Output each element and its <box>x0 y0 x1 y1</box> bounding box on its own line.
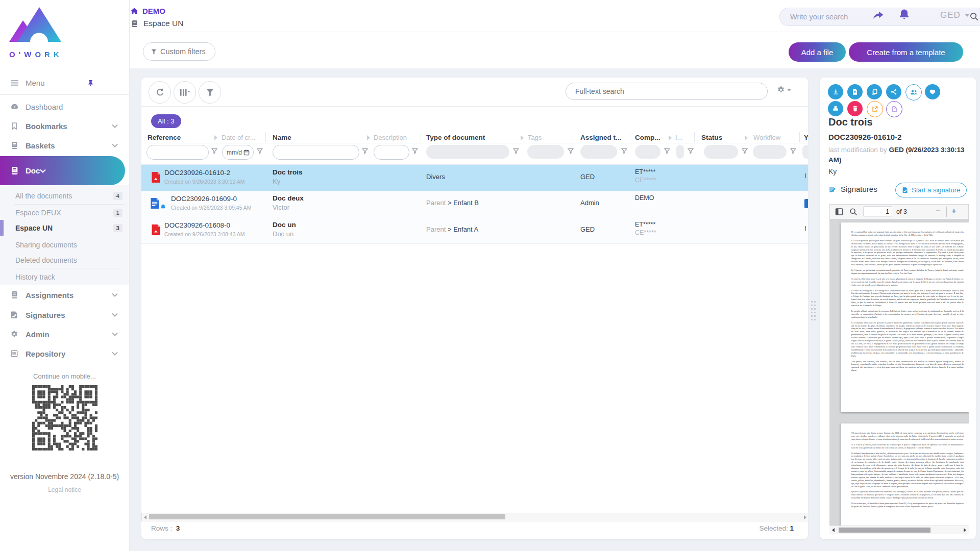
create-from-template-button[interactable]: Create from a template <box>849 42 963 62</box>
users-button[interactable] <box>905 84 922 101</box>
column-header[interactable]: Assigned t... <box>580 134 621 141</box>
table-row-selected[interactable]: DOC230926-01610-2 Created on 9/26/2023 3… <box>141 165 808 191</box>
table-row[interactable]: DOC230926-01608-0 Created on 9/26/2023 3… <box>141 217 808 244</box>
search-icon[interactable] <box>969 12 979 21</box>
sidebar-item-espace-deux[interactable]: Espace DEUX 1 <box>0 205 129 220</box>
document-detail-panel: Doc trois DOC230926-01610-2 last modific… <box>820 78 976 539</box>
pin-icon[interactable] <box>87 79 94 87</box>
start-signature-button[interactable]: Start a signature <box>895 183 967 197</box>
table-settings-gear[interactable] <box>777 86 791 94</box>
filter-chip-all[interactable]: All : 3 <box>151 114 181 128</box>
zoom-in-icon[interactable]: + <box>951 206 957 216</box>
submenu-label: All the documents <box>15 192 72 200</box>
filter-funnel-icon[interactable] <box>742 148 748 154</box>
sidebar-menu-toggle[interactable]: Menu <box>0 73 129 92</box>
filter-funnel-icon[interactable] <box>621 148 627 154</box>
open-external-button[interactable] <box>867 101 883 117</box>
column-header[interactable]: Date of cr... <box>222 134 255 141</box>
column-header[interactable]: Tags <box>528 134 542 141</box>
column-header[interactable]: I... <box>675 134 682 141</box>
column-header[interactable]: Y <box>804 134 808 141</box>
pdf-viewer[interactable]: Il y a aujourd'hui trois cent quarante-h… <box>829 219 969 534</box>
sidebar-item-espace-un-active[interactable]: Espace UN 3 <box>0 220 129 236</box>
pdf-page-input[interactable] <box>864 207 892 216</box>
filter-funnel-icon[interactable] <box>664 148 670 154</box>
calendar-icon[interactable] <box>243 149 250 156</box>
sidebar-item-all-documents[interactable]: All the documents 4 <box>0 188 129 204</box>
columns-button[interactable] <box>174 81 196 104</box>
scrollbar-thumb[interactable] <box>149 514 505 519</box>
table-row[interactable]: DOC230926-01609-0 Created on 9/26/2023 3… <box>141 191 808 217</box>
sidebar-toggle-icon[interactable] <box>835 208 843 216</box>
sidebar-item-deleted-documents[interactable]: Deleted documents <box>0 252 129 268</box>
scroll-right-arrow-icon[interactable] <box>804 515 806 519</box>
sidebar-item-history-track[interactable]: History track <box>0 269 129 285</box>
legal-notice-link[interactable]: Legal notice <box>0 486 129 493</box>
sidebar-item-dashboard[interactable]: Dashboard <box>0 97 129 116</box>
user-menu[interactable]: GED <box>940 10 970 20</box>
doc-name: Doc deux <box>273 194 304 202</box>
sort-arrow-icon[interactable] <box>214 135 217 140</box>
sort-arrow-icon[interactable] <box>521 135 524 140</box>
copy-button[interactable] <box>867 84 882 99</box>
filter-funnel-icon[interactable] <box>211 148 217 154</box>
filter-funnel-icon[interactable] <box>513 148 519 154</box>
scroll-left-arrow-icon[interactable] <box>144 515 146 519</box>
column-header[interactable]: Description <box>374 134 407 141</box>
sidebar-item-admin[interactable]: Admin <box>0 324 129 344</box>
share-icon[interactable] <box>871 9 885 22</box>
sidebar: O'WORK Menu Dashboard Bookmarks <box>0 0 130 551</box>
sidebar-item-sharing-documents[interactable]: Sharing documents <box>0 237 129 253</box>
doc-company-secondary: CE***** <box>635 229 656 236</box>
stamp-button[interactable] <box>828 101 843 116</box>
filter-funnel-icon[interactable] <box>688 148 694 154</box>
sidebar-item-doc-active[interactable]: Doc <box>0 156 125 185</box>
sidebar-item-signatures[interactable]: Signatures <box>0 305 129 324</box>
column-header[interactable]: Workflow <box>753 134 780 141</box>
table-horizontal-scrollbar[interactable] <box>141 513 808 521</box>
fulltext-search-input[interactable] <box>574 84 760 99</box>
scrollbar-thumb[interactable] <box>839 528 930 533</box>
doc-subtitle: Doc un <box>273 230 293 238</box>
sidebar-item-baskets[interactable]: Baskets <box>0 136 129 155</box>
breadcrumb-space[interactable]: Espace UN <box>131 19 183 28</box>
sort-arrow-icon[interactable] <box>745 135 748 140</box>
column-header[interactable]: Name <box>273 134 291 141</box>
refresh-button[interactable] <box>149 81 171 104</box>
column-header[interactable]: Reference <box>148 134 181 141</box>
pdf-search-icon[interactable] <box>849 208 857 216</box>
table-filter-button[interactable] <box>199 81 221 104</box>
scroll-right-arrow-icon[interactable] <box>964 528 966 532</box>
filter-funnel-icon[interactable] <box>412 148 418 154</box>
sort-arrow-icon[interactable] <box>669 135 672 140</box>
filter-funnel-icon[interactable] <box>362 148 368 154</box>
zoom-out-icon[interactable]: − <box>936 206 941 216</box>
description-filter-input[interactable] <box>374 145 409 160</box>
name-filter-input[interactable] <box>273 145 359 160</box>
favorite-button[interactable] <box>925 84 940 99</box>
new-version-button[interactable] <box>847 84 863 99</box>
filter-funnel-icon[interactable] <box>790 148 796 154</box>
document-button[interactable] <box>886 101 902 117</box>
column-header[interactable]: Status <box>701 134 722 141</box>
sidebar-item-repository[interactable]: Repository <box>0 344 129 363</box>
custom-filters-button[interactable]: Custom filters <box>143 42 215 61</box>
date-filter-input[interactable]: mm/d <box>222 145 254 160</box>
sort-arrow-icon[interactable] <box>367 135 370 140</box>
column-header[interactable]: Type of document <box>426 134 485 141</box>
reference-filter-input[interactable] <box>146 145 209 160</box>
share-button[interactable] <box>886 84 901 99</box>
sidebar-item-assignments[interactable]: Assignments <box>0 285 129 305</box>
scroll-left-arrow-icon[interactable] <box>832 528 835 532</box>
app-logo[interactable]: O'WORK <box>9 6 63 59</box>
filter-funnel-icon[interactable] <box>257 148 263 154</box>
notifications-bell-icon[interactable] <box>897 8 911 21</box>
add-file-button[interactable]: Add a file <box>789 42 846 62</box>
sidebar-item-bookmarks[interactable]: Bookmarks <box>0 116 129 136</box>
filter-funnel-icon[interactable] <box>568 148 574 154</box>
breadcrumb-home[interactable]: DEMO <box>130 7 165 15</box>
delete-button[interactable] <box>847 101 863 116</box>
pdf-horizontal-scrollbar[interactable] <box>829 525 969 534</box>
download-button[interactable] <box>828 84 843 99</box>
column-header[interactable]: Comp... <box>635 134 660 141</box>
